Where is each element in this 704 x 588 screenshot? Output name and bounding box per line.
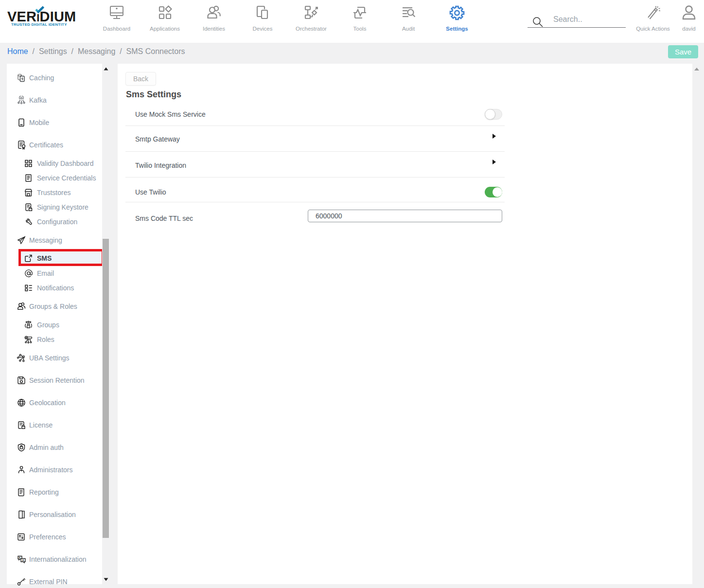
svg-text:A: A [22,559,24,562]
